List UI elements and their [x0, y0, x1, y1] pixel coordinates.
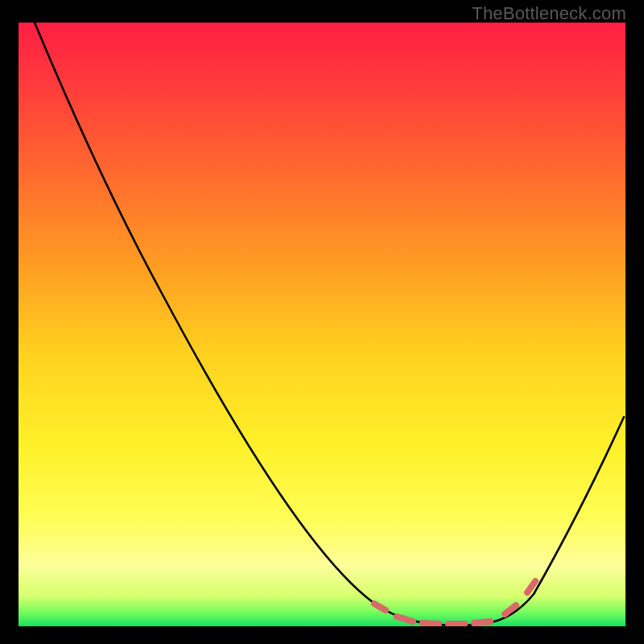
gradient-background — [19, 23, 625, 626]
watermark-text: TheBottleneck.com — [472, 3, 626, 24]
svg-line-4 — [474, 621, 490, 623]
chart-container: TheBottleneck.com — [0, 0, 644, 644]
bottleneck-curve-svg — [19, 23, 625, 626]
bottleneck-curve-plot — [19, 23, 625, 626]
svg-line-2 — [423, 623, 439, 624]
